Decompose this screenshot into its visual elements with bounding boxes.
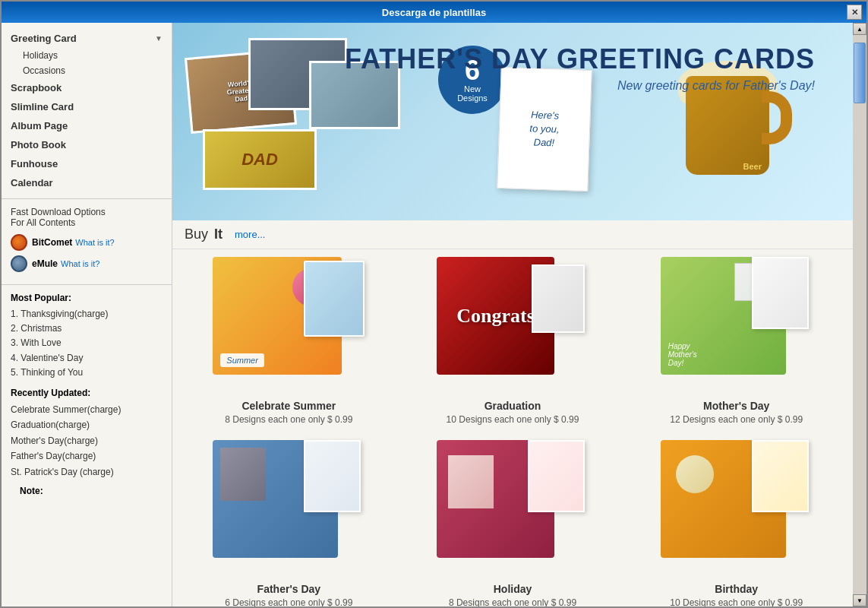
card-thumbnail-birthday[interactable] [661, 440, 813, 577]
card-name-mothers: Mother's Day [703, 400, 769, 412]
sidebar-item-album-page[interactable]: Album Page [2, 116, 172, 135]
card-thumbnail-holiday[interactable] [437, 440, 589, 577]
banner: World'sGreatestDad DAD 6 New Designs [172, 23, 853, 220]
buy-it-label: It [214, 226, 223, 242]
close-button[interactable]: ✕ [847, 5, 862, 20]
buy-bar: Buy It more... [172, 220, 853, 249]
card-name-fathers: Father's Day [257, 583, 320, 595]
sidebar-item-holidays[interactable]: Holidays [2, 48, 172, 63]
recently-item-4[interactable]: Father's Day(charge) [11, 448, 163, 464]
chevron-down-icon: ▼ [155, 34, 163, 43]
download-title: Fast Download Options For All Contents [11, 207, 163, 228]
scroll-down-button[interactable]: ▼ [853, 594, 866, 606]
sidebar: Greeting Card ▼ Holidays Occasions Scrap… [2, 23, 172, 606]
card-name-birthday: Birthday [715, 583, 758, 595]
card-price-mothers: 12 Designs each one only $ 0.99 [670, 414, 803, 425]
cards-row-1: Summer ☀ Celebrate Summer 8 Designs each… [185, 257, 841, 425]
popular-title: Most Popular: [11, 293, 163, 303]
sidebar-item-photo-book[interactable]: Photo Book [2, 135, 172, 154]
sidebar-item-greeting-card[interactable]: Greeting Card ▼ [2, 29, 172, 48]
window-title: Descarga de plantillas [382, 7, 486, 18]
banner-background: World'sGreatestDad DAD 6 New Designs [172, 23, 853, 220]
card-graduation: Congrats Graduation 10 Designs each one … [409, 257, 617, 425]
recently-item-3[interactable]: Mother's Day(charge) [11, 433, 163, 448]
card-fathers-day: Father's Day 6 Designs each one only $ 0… [185, 440, 393, 606]
card-price-birthday: 10 Designs each one only $ 0.99 [670, 597, 803, 606]
card-thumbnail-summer[interactable]: Summer ☀ [213, 257, 365, 394]
scrollbar: ▲ ▼ [853, 23, 866, 606]
recently-updated-title: Recently Updated: [11, 388, 163, 398]
card-price-summer: 8 Designs each one only $ 0.99 [225, 414, 352, 425]
recently-updated-section: Recently Updated: Celebrate Summer(charg… [11, 388, 163, 480]
card-price-graduation: 10 Designs each one only $ 0.99 [447, 414, 579, 425]
download-section: Fast Download Options For All Contents B… [2, 199, 172, 285]
banner-main-title: FATHER'S DAY GREETING CARDS [345, 46, 815, 73]
card-birthday: Birthday 10 Designs each one only $ 0.99 [632, 440, 841, 606]
card-mothers-day: HappyMother'sDay! Mother's Day 12 Design… [632, 257, 841, 425]
recently-list: Celebrate Summer(charge) Graduation(char… [11, 402, 163, 480]
title-bar: Descarga de plantillas ✕ [2, 2, 866, 23]
popular-list: 1. Thanksgiving(charge) 2. Christmas 3. … [11, 307, 163, 380]
emule-option: eMule What is it? [11, 255, 163, 272]
popular-item-2[interactable]: 2. Christmas [11, 321, 163, 336]
card-holiday: Holiday 8 Designs each one only $ 0.99 [409, 440, 617, 606]
emule-what-is-it[interactable]: What is it? [61, 259, 99, 268]
popular-section: Most Popular: 1. Thanksgiving(charge) 2.… [2, 285, 172, 504]
popular-item-1[interactable]: 1. Thanksgiving(charge) [11, 307, 163, 321]
recently-item-2[interactable]: Graduation(charge) [11, 417, 163, 432]
bitcomet-what-is-it[interactable]: What is it? [75, 238, 114, 247]
scroll-up-button[interactable]: ▲ [853, 23, 866, 35]
sidebar-item-scrapbook[interactable]: Scrapbook [2, 78, 172, 97]
sidebar-nav: Greeting Card ▼ Holidays Occasions Scrap… [2, 23, 172, 199]
sidebar-item-funhouse[interactable]: Funhouse [2, 154, 172, 173]
app-window: Descarga de plantillas ✕ Greeting Card ▼… [0, 0, 868, 608]
cards-row-2: Father's Day 6 Designs each one only $ 0… [185, 440, 841, 606]
card-thumbnail-fathers[interactable] [213, 440, 365, 577]
scroll-track[interactable] [853, 35, 866, 594]
note-section: Note: [11, 486, 163, 496]
card-price-holiday: 8 Designs each one only $ 0.99 [449, 597, 576, 606]
bitcomet-icon [11, 234, 27, 251]
card-price-fathers: 6 Designs each one only $ 0.99 [225, 597, 352, 606]
buy-label: Buy [185, 226, 208, 242]
card-celebrate-summer: Summer ☀ Celebrate Summer 8 Designs each… [185, 257, 393, 425]
scroll-thumb[interactable] [854, 43, 866, 103]
banner-sub-title: New greeting cards for Father's Day! [345, 79, 815, 93]
recently-item-5[interactable]: St. Patrick's Day (charge) [11, 464, 163, 480]
emule-label: eMule [32, 258, 58, 269]
popular-item-4[interactable]: 4. Valentine's Day [11, 351, 163, 366]
sidebar-item-calendar[interactable]: Calendar [2, 173, 172, 192]
banner-title-area: FATHER'S DAY GREETING CARDS New greeting… [345, 46, 815, 93]
banner-photo-4: DAD [203, 129, 317, 190]
cards-area: Summer ☀ Celebrate Summer 8 Designs each… [172, 249, 853, 606]
bitcomet-label: BitComet [32, 237, 72, 248]
main-content: World'sGreatestDad DAD 6 New Designs [172, 23, 853, 606]
main-layout: Greeting Card ▼ Holidays Occasions Scrap… [2, 23, 866, 606]
more-link[interactable]: more... [235, 229, 265, 240]
emule-icon [11, 255, 27, 272]
sidebar-item-occasions[interactable]: Occasions [2, 63, 172, 78]
popular-item-3[interactable]: 3. With Love [11, 336, 163, 350]
card-name-holiday: Holiday [494, 583, 532, 595]
card-name-summer: Celebrate Summer [241, 400, 336, 412]
card-thumbnail-graduation[interactable]: Congrats [437, 257, 589, 394]
sidebar-item-slimline-card[interactable]: Slimline Card [2, 97, 172, 116]
beer-handle [762, 91, 792, 144]
note-label: Note: [20, 486, 43, 496]
recently-item-1[interactable]: Celebrate Summer(charge) [11, 402, 163, 417]
card-thumbnail-mothers[interactable]: HappyMother'sDay! [661, 257, 813, 394]
popular-item-5[interactable]: 5. Thinking of You [11, 366, 163, 380]
bitcomet-option: BitComet What is it? [11, 234, 163, 251]
card-name-graduation: Graduation [485, 400, 541, 412]
